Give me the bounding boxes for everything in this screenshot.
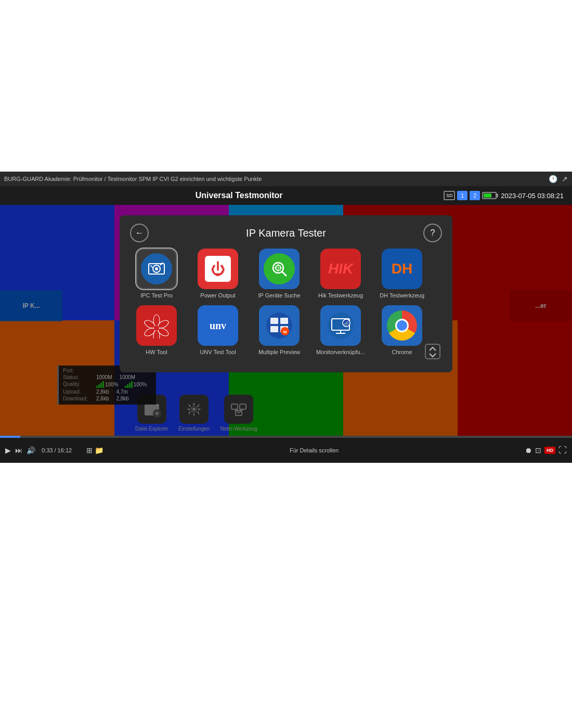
scroll-hint: Für Details scrollen bbox=[108, 447, 521, 453]
right-controls: ⏺ ⊡ HD ⛶ bbox=[525, 446, 567, 455]
svg-point-14 bbox=[155, 267, 158, 270]
video-title-bar: BURG-GUARD Akademie: Prüfmonitor / Testm… bbox=[0, 172, 572, 186]
multiple-preview-label: Multiple Preview bbox=[258, 349, 300, 356]
num-icon-2: 2 bbox=[470, 191, 480, 200]
dh-icon: DH bbox=[382, 249, 422, 289]
svg-rect-31 bbox=[280, 318, 288, 324]
time-current: 0:33 bbox=[42, 447, 53, 453]
scroll-indicator bbox=[423, 342, 442, 364]
chrome-icon bbox=[382, 305, 422, 346]
power-output-icon-inner: ⏻ bbox=[205, 256, 231, 282]
device-topbar: Universal Testmonitor SD 1 2 2023-07-05 … bbox=[0, 186, 572, 205]
dh-testwerkzeug-label: DH Testwerkzeug bbox=[380, 292, 424, 299]
ipc-test-pro-label: IPC Test Pro bbox=[140, 292, 173, 299]
app-chrome[interactable]: Chrome bbox=[373, 305, 431, 356]
svg-line-19 bbox=[282, 271, 286, 276]
circle-play-icon[interactable]: ⏺ bbox=[525, 446, 532, 454]
next-button[interactable]: ⏭ bbox=[15, 446, 22, 454]
apps-row-2: HW Tool unv UNV Test Tool bbox=[128, 305, 444, 356]
video-player-container: BURG-GUARD Akademie: Prüfmonitor / Testm… bbox=[0, 172, 572, 463]
svg-point-28 bbox=[154, 326, 159, 331]
hik-testwerkzeug-label: Hik Testwerkzeug bbox=[318, 292, 363, 299]
sd-icon: SD bbox=[444, 191, 455, 200]
svg-rect-32 bbox=[270, 326, 278, 332]
battery-icon bbox=[482, 192, 497, 199]
app-ipc-test-pro[interactable]: IPC Test Pro bbox=[128, 249, 185, 299]
ip-geraete-suche-label: IP Geräte Suche bbox=[258, 292, 300, 299]
dialog-apps-grid: IPC Test Pro ⏻ Power Output bbox=[120, 249, 452, 356]
progress-bar-container[interactable] bbox=[0, 436, 572, 438]
power-output-label: Power Output bbox=[200, 292, 235, 299]
share-icon: ↗ bbox=[562, 175, 568, 183]
svg-text:🔗: 🔗 bbox=[344, 321, 349, 326]
svg-point-29 bbox=[266, 313, 292, 339]
app-monitorverknupfu[interactable]: 🔗 Monitorverknüpfu... bbox=[312, 305, 369, 356]
topbar-icons: SD 1 2 bbox=[444, 191, 497, 200]
num-icon-1: 1 bbox=[457, 191, 467, 200]
dialog-header: ← IP Kamera Tester ? bbox=[120, 215, 452, 249]
volume-button[interactable]: 🔊 bbox=[27, 446, 35, 454]
power-symbol: ⏻ bbox=[211, 261, 225, 278]
apps-row-1: IPC Test Pro ⏻ Power Output bbox=[128, 249, 444, 299]
windows-icon: ⊞ bbox=[86, 446, 93, 454]
fullscreen-icon[interactable]: ⛶ bbox=[558, 446, 567, 455]
help-icon: ? bbox=[431, 228, 435, 238]
chrome-inner-circle bbox=[395, 319, 409, 332]
play-button[interactable]: ▶ bbox=[5, 446, 11, 454]
hik-text: HIK bbox=[328, 261, 353, 277]
progress-fill bbox=[0, 436, 20, 438]
title-bar-icons: 🕐 ↗ bbox=[549, 175, 568, 183]
topbar-right: SD 1 2 2023-07-05 03:08:21 bbox=[444, 191, 564, 200]
controls-row: ▶ ⏭ 🔊 0:33 / 16:12 ⊞ 📁 Für Details scrol… bbox=[0, 438, 572, 463]
app-hw-tool[interactable]: HW Tool bbox=[128, 305, 185, 356]
unv-test-tool-label: UNV Test Tool bbox=[200, 349, 236, 356]
aspect-ratio-icon[interactable]: ⊡ bbox=[535, 446, 541, 454]
hw-tool-label: HW Tool bbox=[146, 349, 167, 356]
app-power-output[interactable]: ⏻ Power Output bbox=[189, 249, 246, 299]
ipc-test-pro-icon-inner bbox=[141, 253, 172, 284]
app-hik-testwerkzeug[interactable]: HIK Hik Testwerkzeug bbox=[312, 249, 369, 299]
app-dh-testwerkzeug[interactable]: DH DH Testwerkzeug bbox=[373, 249, 431, 299]
multi-icon: M bbox=[259, 305, 300, 346]
playback-bar: ▶ ⏭ 🔊 0:33 / 16:12 ⊞ 📁 Für Details scrol… bbox=[0, 436, 572, 463]
device-title: Universal Testmonitor bbox=[34, 191, 444, 200]
svg-text:M: M bbox=[283, 330, 287, 334]
app-ip-geraete-suche[interactable]: IP Geräte Suche bbox=[251, 249, 308, 299]
app-unv-test-tool[interactable]: unv UNV Test Tool bbox=[189, 305, 246, 356]
monitor-icon: 🔗 bbox=[320, 305, 361, 346]
hik-icon: HIK bbox=[320, 249, 361, 289]
ip-search-icon bbox=[259, 249, 300, 289]
time-total: 16:12 bbox=[58, 447, 72, 453]
dialog-title: IP Kamera Tester bbox=[149, 227, 423, 239]
dialog-box: ← IP Kamera Tester ? bbox=[120, 215, 452, 372]
dialog-back-button[interactable]: ← bbox=[130, 224, 149, 242]
time-display: 0:33 / 16:12 bbox=[42, 447, 72, 453]
back-arrow-icon: ← bbox=[135, 228, 144, 238]
svg-line-16 bbox=[150, 265, 153, 268]
video-title: BURG-GUARD Akademie: Prüfmonitor / Testm… bbox=[4, 176, 262, 182]
ipc-test-pro-icon bbox=[136, 249, 177, 289]
ip-search-icon-inner bbox=[264, 253, 295, 284]
device-screen: Universal Testmonitor SD 1 2 2023-07-05 … bbox=[0, 186, 572, 436]
power-output-icon: ⏻ bbox=[198, 249, 238, 289]
chrome-outer-ring bbox=[387, 310, 417, 341]
dialog-overlay: ← IP Kamera Tester ? bbox=[0, 205, 572, 436]
dh-text: DH bbox=[392, 261, 412, 277]
unv-icon: unv bbox=[198, 305, 238, 346]
taskbar-icons: ⊞ 📁 bbox=[86, 446, 103, 454]
hd-badge: HD bbox=[544, 447, 555, 454]
chrome-label: Chrome bbox=[392, 349, 412, 356]
datetime-display: 2023-07-05 03:08:21 bbox=[501, 192, 564, 200]
svg-rect-30 bbox=[270, 318, 278, 324]
dialog-help-button[interactable]: ? bbox=[423, 224, 442, 242]
folder-icon: 📁 bbox=[95, 446, 103, 454]
unv-text: unv bbox=[210, 320, 226, 332]
app-multiple-preview[interactable]: M Multiple Preview bbox=[251, 305, 308, 356]
monitorverknupfu-label: Monitorverknüpfu... bbox=[316, 349, 365, 356]
hw-icon bbox=[136, 305, 177, 346]
clock-icon: 🕐 bbox=[549, 175, 557, 183]
